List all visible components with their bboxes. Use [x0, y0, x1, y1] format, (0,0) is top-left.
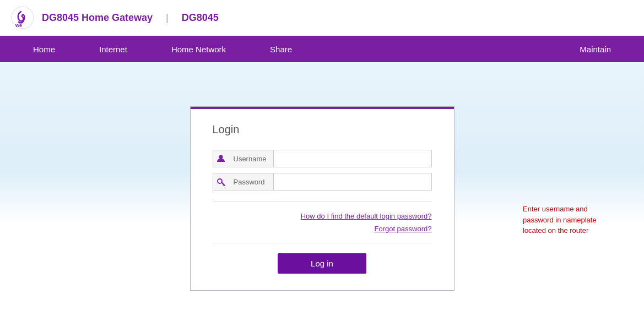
nav-item-maintain[interactable]: Maintain [558, 36, 633, 62]
header-title: DG8045 Home Gateway [42, 12, 153, 24]
header-divider: | [166, 12, 169, 24]
svg-point-2 [219, 155, 223, 159]
logo-area: we DG8045 Home Gateway | DG8045 [11, 6, 219, 29]
username-input[interactable] [273, 150, 432, 167]
links-area: How do I find the default login password… [213, 202, 432, 233]
we-logo: we [11, 6, 34, 29]
key-icon [213, 173, 229, 191]
nav-item-home[interactable]: Home [11, 36, 77, 62]
default-password-link[interactable]: How do I find the default login password… [213, 212, 432, 220]
username-row: Username [213, 150, 432, 167]
main-content: Login Username [0, 62, 644, 332]
side-note: Enter username and password in nameplate… [523, 204, 611, 236]
password-label: Password [229, 173, 273, 191]
login-title: Login [213, 123, 432, 136]
svg-text:we: we [15, 23, 22, 28]
login-card: Login Username [190, 106, 454, 291]
nav-item-home-network[interactable]: Home Network [149, 36, 248, 62]
login-button[interactable]: Log in [278, 253, 366, 274]
password-input[interactable] [273, 173, 432, 191]
header-model: DG8045 [182, 12, 219, 24]
nav-item-internet[interactable]: Internet [77, 36, 149, 62]
card-footer: Log in [213, 243, 432, 274]
navbar: Home Internet Home Network Share Maintai… [0, 36, 644, 62]
svg-line-5 [223, 184, 224, 186]
password-row: Password [213, 173, 432, 191]
forgot-password-link[interactable]: Forgot password? [213, 225, 432, 233]
header: we DG8045 Home Gateway | DG8045 [0, 0, 644, 36]
user-icon [213, 150, 229, 167]
form-fields: Username Password [213, 150, 432, 191]
nav-item-share[interactable]: Share [248, 36, 314, 62]
username-label: Username [229, 150, 273, 167]
